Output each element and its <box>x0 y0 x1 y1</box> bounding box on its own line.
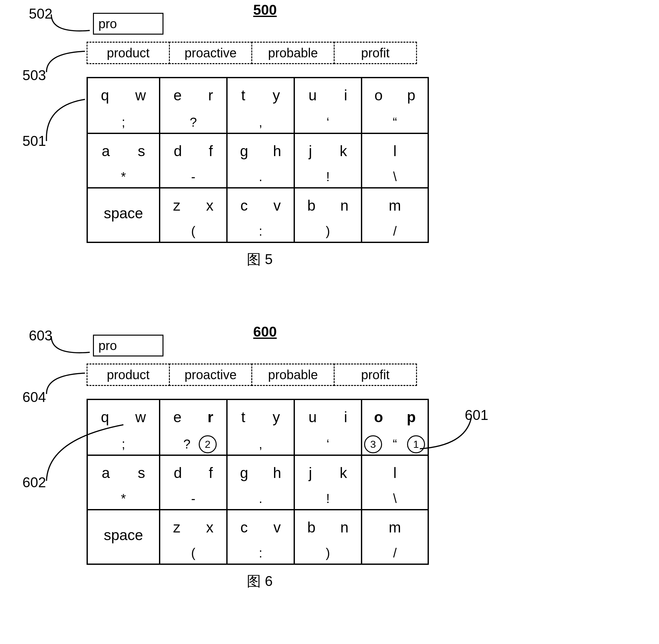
key-qw[interactable]: qw ; <box>88 400 159 455</box>
key-as[interactable]: as * <box>88 133 159 187</box>
suggestion-3[interactable]: profit <box>334 364 417 386</box>
leader-503 <box>43 45 91 74</box>
leader-502 <box>48 9 96 39</box>
keyboard: qw ; er ? 2 ty , ui ‘ op “ 3 1 <box>87 399 429 565</box>
key-zx[interactable]: zx ( <box>159 509 226 564</box>
suggestion-1[interactable]: proactive <box>169 42 252 64</box>
figure-6-caption: 图 6 <box>247 572 273 591</box>
key-l[interactable]: l \ <box>361 133 428 187</box>
text-input-value: pro <box>98 17 117 31</box>
key-bn[interactable]: bn ) <box>293 509 361 564</box>
key-jk[interactable]: jk ! <box>293 455 361 509</box>
key-ui[interactable]: ui ‘ <box>293 78 361 133</box>
key-ty[interactable]: ty , <box>226 78 293 133</box>
callout-501: 501 <box>22 133 46 149</box>
key-space[interactable]: space <box>88 187 159 242</box>
key-jk[interactable]: jk ! <box>293 133 361 187</box>
suggestion-0[interactable]: product <box>87 42 170 64</box>
suggestion-1[interactable]: proactive <box>169 364 252 386</box>
callout-604: 604 <box>22 389 46 405</box>
key-m[interactable]: m / <box>361 187 428 242</box>
tap-order-3: 3 <box>364 435 382 453</box>
key-op[interactable]: op “ 3 1 <box>361 400 428 455</box>
key-qw[interactable]: qw ; <box>88 78 159 133</box>
tap-order-1: 1 <box>407 435 425 453</box>
leader-603 <box>48 331 96 360</box>
key-bn[interactable]: bn ) <box>293 187 361 242</box>
key-as[interactable]: as * <box>88 455 159 509</box>
key-df[interactable]: df - <box>159 133 226 187</box>
key-ty[interactable]: ty , <box>226 400 293 455</box>
key-cv[interactable]: cv : <box>226 509 293 564</box>
text-input-value: pro <box>98 339 117 353</box>
key-l[interactable]: l \ <box>361 455 428 509</box>
leader-501 <box>43 93 91 141</box>
key-m[interactable]: m / <box>361 509 428 564</box>
key-gh[interactable]: gh . <box>226 455 293 509</box>
key-zx[interactable]: zx ( <box>159 187 226 242</box>
key-er[interactable]: er ? 2 <box>159 400 226 455</box>
key-cv[interactable]: cv : <box>226 187 293 242</box>
suggestion-row: product proactive probable profit <box>87 364 417 386</box>
key-op[interactable]: op “ <box>361 78 428 133</box>
callout-503: 503 <box>22 67 46 83</box>
figure-5-caption: 图 5 <box>247 250 273 269</box>
suggestion-3[interactable]: profit <box>334 42 417 64</box>
suggestion-2[interactable]: probable <box>251 364 335 386</box>
key-space[interactable]: space <box>88 509 159 564</box>
leader-604 <box>43 367 91 396</box>
keyboard: qw ; er ? ty , ui ‘ op “ as * <box>87 77 429 243</box>
text-input[interactable]: pro <box>93 13 163 34</box>
key-ui[interactable]: ui ‘ <box>293 400 361 455</box>
suggestion-0[interactable]: product <box>87 364 170 386</box>
key-gh[interactable]: gh . <box>226 133 293 187</box>
tap-order-2: 2 <box>199 435 217 453</box>
suggestion-2[interactable]: probable <box>251 42 335 64</box>
text-input[interactable]: pro <box>93 335 163 356</box>
key-df[interactable]: df - <box>159 455 226 509</box>
suggestion-row: product proactive probable profit <box>87 42 417 64</box>
figure-6-number: 600 <box>253 324 277 340</box>
figure-5-number: 500 <box>253 2 277 18</box>
key-er[interactable]: er ? <box>159 78 226 133</box>
callout-602: 602 <box>22 475 46 490</box>
